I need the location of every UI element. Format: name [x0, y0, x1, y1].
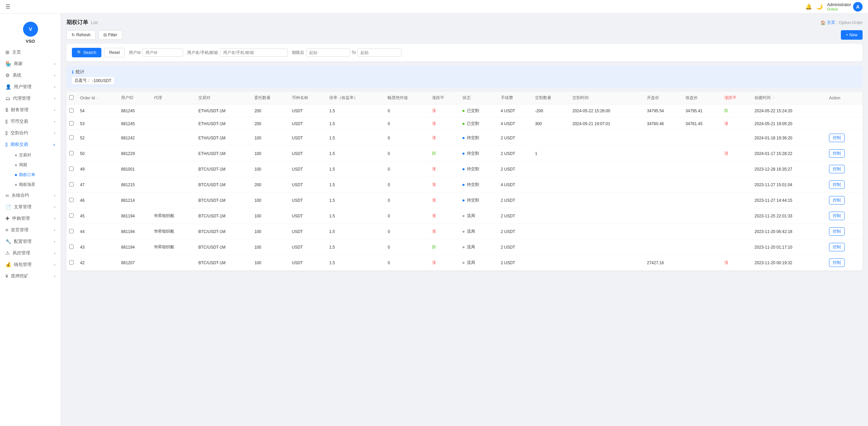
row-checkbox[interactable] — [69, 167, 74, 171]
cell-trade-time: 2024-05-21 19:07:01 — [570, 117, 644, 130]
col-header-fee: 手续费 — [498, 92, 532, 104]
sidebar-label-page-mgmt: 首页管理 — [11, 227, 28, 233]
control-button[interactable]: 控制 — [829, 180, 845, 189]
chevron-right-icon: › — [54, 120, 55, 123]
row-checkbox[interactable] — [69, 229, 74, 233]
row-checkbox[interactable] — [69, 182, 74, 187]
sidebar-item-page-mgmt[interactable]: ≡ 首页管理 › — [0, 224, 61, 236]
cell-trade-pair: BTC/USDT-1M — [196, 177, 252, 193]
sidebar-item-system[interactable]: ⚙ 系统 › — [0, 70, 61, 81]
sidebar-item-apply-mgmt[interactable]: ✚ 申购管理 › — [0, 213, 61, 224]
chevron-right-icon: › — [54, 251, 55, 255]
col-label-create-time: 创建时间 — [754, 95, 771, 100]
row-checkbox[interactable] — [69, 135, 74, 140]
sidebar-item-mining[interactable]: ¥ 质押挖矿 › — [0, 270, 61, 282]
chevron-right-icon: › — [54, 263, 55, 267]
breadcrumb-home-link[interactable]: 主页 — [827, 20, 835, 25]
control-button[interactable]: 控制 — [829, 227, 845, 236]
sidebar-item-config-mgmt[interactable]: 🔧 配置管理 › — [0, 236, 61, 247]
col-header-create-time[interactable]: 创建时间 ↑ — [752, 92, 826, 104]
control-button[interactable]: 控制 — [829, 165, 845, 173]
control-button[interactable]: 控制 — [829, 196, 845, 205]
sidebar-item-merchant[interactable]: 🏪 商家 › — [0, 58, 61, 70]
cell-rise-fall2: 涨 — [722, 255, 752, 271]
sidebar-item-home[interactable]: ⊞ 主页 — [0, 46, 61, 58]
row-checkbox[interactable] — [69, 245, 74, 249]
row-checkbox[interactable] — [69, 121, 74, 125]
status-text: 已交割 — [467, 121, 479, 126]
cell-trade-time — [570, 130, 644, 146]
cell-agent — [151, 161, 196, 177]
time-field-group: 期限后 To — [292, 49, 401, 57]
user-icon: 👤 — [5, 84, 11, 90]
user-avatar[interactable]: A — [853, 2, 863, 12]
control-button[interactable]: 控制 — [829, 243, 845, 251]
user-id-input[interactable] — [142, 49, 183, 57]
sidebar-item-wallet-mgmt[interactable]: 💰 钱包管理 › — [0, 259, 61, 270]
control-button[interactable]: 控制 — [829, 212, 845, 220]
cell-create-time: 2024-01-17 15:28:22 — [752, 146, 826, 161]
reset-button[interactable]: Reset — [104, 48, 125, 57]
row-checkbox[interactable] — [69, 151, 74, 155]
theme-icon[interactable]: 🌙 — [816, 3, 823, 10]
sidebar-item-cycle[interactable]: 周期 — [9, 160, 61, 170]
sidebar-item-risk-mgmt[interactable]: ⚠ 风控管理 › — [0, 247, 61, 259]
new-button[interactable]: + New — [841, 30, 863, 40]
filter-button[interactable]: ⊟ Filter — [98, 30, 122, 40]
sidebar-item-finance-mgmt[interactable]: $ 财务管理 › — [0, 104, 61, 116]
menu-toggle-icon[interactable]: ☰ — [5, 3, 10, 10]
cell-order-id: 43 — [77, 239, 118, 255]
sidebar-item-user-mgmt[interactable]: 👤 用户管理 › — [0, 81, 61, 93]
username-input[interactable] — [220, 49, 288, 57]
sidebar-item-perpetual[interactable]: ∞ 永续合约 › — [0, 190, 61, 201]
cell-coin-name: USDT — [289, 130, 327, 146]
col-header-trade-pair: 交易对 — [196, 92, 252, 104]
sidebar-label-config-mgmt: 配置管理 — [14, 238, 32, 245]
sidebar-item-options-order[interactable]: 期权订单 — [9, 170, 61, 180]
cell-create-time: 2023-11-27 14:44:15 — [752, 193, 826, 208]
table-header-row: Order Id ↑ 用户ID 代理 交易对 委托数量 币种名称 倍率（收益率）… — [66, 92, 863, 104]
sidebar-item-contract-trade[interactable]: ₿ 交割合约 › — [0, 127, 61, 139]
table-body: 54 881245 ETH/USDT-1M 200 USDT 1.5 0 涨 已… — [66, 104, 863, 271]
cell-trade-time — [570, 239, 644, 255]
table-row: 46 881214 BTC/USDT-1M 100 USDT 1.5 0 涨 待… — [66, 193, 863, 208]
refresh-button[interactable]: ↻ Refresh — [66, 30, 96, 40]
cell-trade-qty — [532, 193, 570, 208]
cell-trade-qty: 300 — [532, 117, 570, 130]
notification-icon[interactable]: 🔔 — [805, 3, 812, 10]
col-label-order-id: Order Id — [80, 96, 95, 100]
cell-agent: 华昇组织船 — [151, 224, 196, 239]
sidebar-item-agent-mgmt[interactable]: 🗂 代理管理 › — [0, 93, 61, 104]
data-table: Order Id ↑ 用户ID 代理 交易对 委托数量 币种名称 倍率（收益率）… — [66, 92, 863, 271]
cell-trade-pair: ETH/USDT-1M — [196, 104, 252, 117]
col-header-coin-name: 币种名称 — [289, 92, 327, 104]
sidebar-item-article-mgmt[interactable]: 📄 文章管理 › — [0, 201, 61, 213]
row-checkbox[interactable] — [69, 198, 74, 202]
date-from-input[interactable] — [306, 49, 350, 57]
cell-create-time: 2023-11-25 22:01:33 — [752, 208, 826, 224]
sidebar-label-merchant: 商家 — [14, 61, 23, 67]
col-header-order-id[interactable]: Order Id ↑ — [77, 92, 118, 104]
date-to-input[interactable] — [357, 49, 401, 57]
sidebar-label-perpetual: 永续合约 — [12, 192, 29, 198]
sidebar-item-coin-trade[interactable]: ₿ 币币交易 › — [0, 116, 61, 127]
row-checkbox[interactable] — [69, 260, 74, 265]
cell-order-id: 44 — [77, 224, 118, 239]
search-button[interactable]: 🔍 Search — [72, 48, 101, 57]
control-button[interactable]: 控制 — [829, 258, 845, 267]
row-checkbox[interactable] — [69, 108, 74, 113]
sidebar-item-options-scene[interactable]: 期权场景 — [9, 180, 61, 190]
cell-trade-qty — [532, 224, 570, 239]
cell-open-price — [644, 208, 683, 224]
cell-rise-fall2 — [722, 177, 752, 193]
sidebar-item-trade-pair[interactable]: 交易对 — [9, 150, 61, 160]
chevron-right-icon: › — [54, 131, 55, 135]
row-checkbox[interactable] — [69, 213, 74, 218]
control-button[interactable]: 控制 — [829, 149, 845, 158]
select-all-checkbox[interactable] — [69, 95, 74, 100]
cell-action: 控制 — [826, 255, 863, 271]
cell-open-price: 34795.54 — [644, 104, 683, 117]
sidebar-item-options-trade[interactable]: ₿ 期权交易 ∨ — [0, 139, 61, 150]
control-button[interactable]: 控制 — [829, 134, 845, 142]
row-checkbox-cell — [66, 193, 77, 208]
